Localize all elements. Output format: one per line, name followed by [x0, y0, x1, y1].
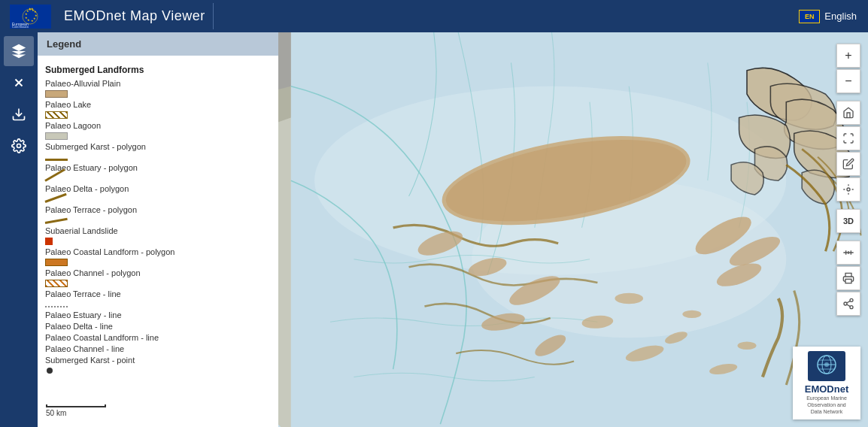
list-item: Palaeo Channel - polygon — [45, 268, 271, 287]
emodnet-name: EMODnet — [797, 383, 856, 395]
legend-panel: Legend Submerged Landforms Palaeo-Alluvi… — [38, 32, 278, 427]
svg-point-39 — [17, 144, 21, 148]
svg-line-46 — [847, 301, 851, 303]
download-button[interactable] — [4, 99, 34, 129]
list-item: Palaeo Delta - line — [45, 321, 271, 331]
list-item: Submerged Karst - polygon — [45, 141, 271, 161]
legend-title: Legend — [47, 38, 81, 50]
list-item: Palaeo Delta - polygon — [45, 183, 271, 203]
layers-button[interactable] — [4, 36, 34, 66]
left-toolbar — [0, 32, 38, 427]
list-item: Subaerial Landslide — [45, 226, 271, 245]
svg-point-30 — [682, 310, 701, 318]
scale-label: 50 km — [46, 409, 106, 417]
scale-bar: 50 km — [41, 402, 111, 419]
list-item: Palaeo Estuary - line — [45, 310, 271, 319]
svg-rect-41 — [845, 279, 851, 283]
list-item: Submerged Karst - point — [45, 355, 271, 374]
list-item: Palaeo Terrace - line — [45, 289, 271, 308]
list-item: Palaeo Coastal Landform - polygon — [45, 247, 271, 266]
svg-text:★: ★ — [33, 17, 36, 20]
list-item: Palaeo Channel - line — [45, 344, 271, 353]
list-item: Palaeo Lagoon — [45, 120, 271, 140]
threed-button[interactable]: 3D — [836, 209, 860, 233]
print-button[interactable] — [836, 266, 860, 290]
right-controls: + − 3D — [836, 44, 860, 316]
list-item: Palaeo Terrace - polygon — [45, 204, 271, 224]
share-button[interactable] — [836, 292, 860, 316]
app-header: ★ ★ ★ ★ ★ ★ ★ ★ ★ ★ ★ ★ European Commiss… — [0, 0, 868, 32]
zoom-in-button[interactable]: + — [836, 44, 860, 68]
svg-point-27 — [615, 293, 643, 304]
emodnet-sub: European MarineObservation andData Netwo… — [797, 395, 856, 415]
svg-text:★: ★ — [25, 15, 28, 19]
settings-button[interactable] — [4, 131, 34, 161]
svg-point-40 — [847, 188, 850, 191]
edit-button[interactable] — [836, 152, 860, 176]
svg-text:★: ★ — [31, 7, 34, 11]
svg-point-42 — [850, 298, 853, 301]
logo-area: ★ ★ ★ ★ ★ ★ ★ ★ ★ ★ ★ ★ European Commiss… — [0, 3, 214, 29]
list-item: Palaeo Estuary - polygon — [45, 162, 271, 182]
fullscreen-button[interactable] — [836, 126, 860, 150]
measure-button[interactable] — [836, 241, 860, 265]
legend-header: Legend — [38, 32, 278, 56]
legend-section-title: Submerged Landforms — [45, 65, 271, 75]
legend-content[interactable]: Submerged Landforms Palaeo-Alluvial Plai… — [38, 56, 278, 427]
close-panel-button[interactable] — [4, 68, 34, 98]
eu-commission-logo: ★ ★ ★ ★ ★ ★ ★ ★ ★ ★ ★ ★ European Commiss… — [8, 3, 53, 29]
svg-point-32 — [737, 341, 756, 349]
svg-text:★: ★ — [30, 19, 33, 23]
list-item: Palaeo Coastal Landform - line — [45, 332, 271, 342]
svg-point-43 — [844, 302, 847, 305]
svg-point-44 — [850, 306, 853, 309]
app-title: EMODnet Map Viewer — [53, 8, 205, 24]
emodnet-icon — [808, 351, 845, 381]
lang-label: English — [824, 11, 857, 22]
zoom-out-button[interactable]: − — [836, 69, 860, 93]
list-item: Palaeo Lake — [45, 99, 271, 119]
home-button[interactable] — [836, 101, 860, 125]
svg-text:Commission: Commission — [12, 25, 29, 29]
list-item: Palaeo-Alluvial Plain — [45, 78, 271, 98]
lang-flag-icon: EN — [799, 10, 820, 23]
svg-line-45 — [847, 304, 851, 307]
svg-point-53 — [824, 362, 829, 367]
emodnet-logo: EMODnet European MarineObservation andDa… — [793, 347, 860, 419]
language-selector[interactable]: EN English — [799, 10, 868, 23]
scale-line — [46, 404, 106, 407]
target-button[interactable] — [836, 177, 860, 201]
